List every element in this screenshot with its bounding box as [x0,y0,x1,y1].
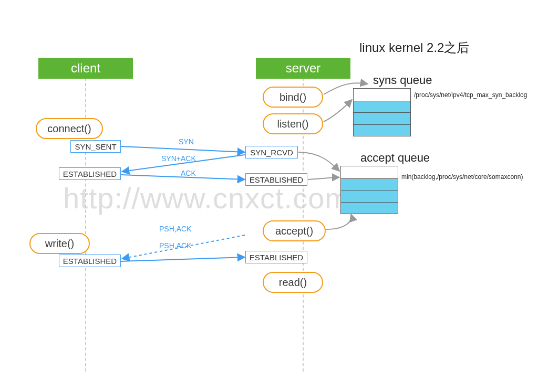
syns-queue-slot [354,112,410,124]
write-call: write() [29,233,90,254]
msg-ack: ACK [181,169,196,177]
syns-queue [353,88,411,136]
server-header: server [256,58,350,79]
arrow-est-to-accept [308,177,339,179]
state-syn-rcvd: SYN_RCVD [245,146,298,158]
accept-queue [340,166,398,214]
arrow-listen-to-syns [324,100,352,122]
accept-queue-slot-empty [341,166,398,178]
accept-queue-slot [341,202,398,214]
syns-queue-slot-empty [354,89,410,101]
accept-call: accept() [263,220,326,241]
msg-syn: SYN [179,137,194,146]
state-client-est2: ESTABLISHED [59,255,121,267]
accept-queue-title: accept queue [360,151,430,165]
state-syn-sent: SYN_SENT [70,140,121,153]
syns-queue-title: syns queue [373,73,432,87]
msg-synack: SYN+ACK [161,154,196,163]
client-header: client [38,58,133,79]
bind-call: bind() [263,87,323,108]
syns-queue-slot [354,101,410,113]
connect-call: connect() [36,118,103,139]
msg-pshack1: PSH,ACK [159,225,191,233]
read-call: read() [263,272,323,293]
arrow-synrcvd-to-accept [298,152,339,171]
msg-pshack2: PSH,ACK [159,241,191,250]
accept-queue-slot [341,178,398,190]
accept-queue-path: min(backlog,/proc/sys/net/core/somaxconn… [401,173,523,181]
arrow-pshack [121,257,245,261]
arrow-accept-to-queue [326,214,351,229]
watermark-text: http://www.cnxct.com [63,181,350,215]
listen-call: listen() [263,113,323,134]
state-server-est1: ESTABLISHED [245,173,307,186]
syns-queue-path: /proc/sys/net/ipv4/tcp_max_syn_backlog [414,91,527,99]
arrow-syn [121,146,245,152]
state-client-est1: ESTABLISHED [59,167,121,180]
diagram-title: linux kernel 2.2之后 [359,39,469,56]
syns-queue-slot [354,124,410,136]
state-server-est2: ESTABLISHED [245,251,307,263]
accept-queue-slot [341,190,398,202]
